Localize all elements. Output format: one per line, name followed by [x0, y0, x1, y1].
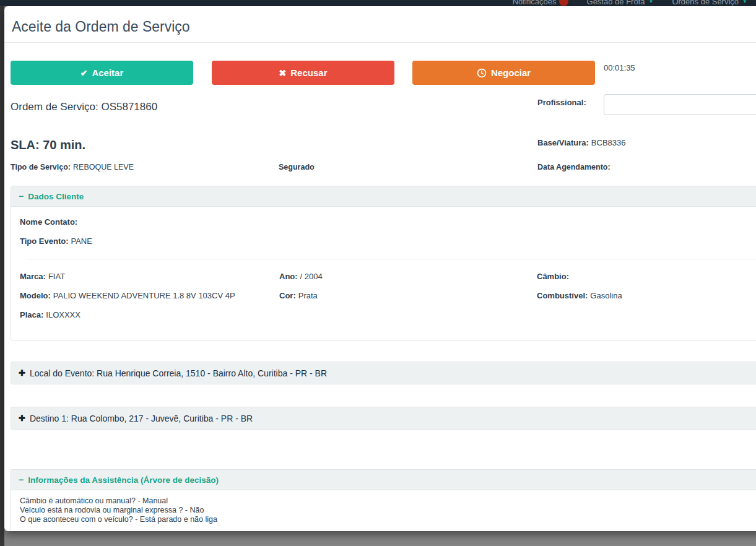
service-type-value: REBOQUE LEVE [73, 163, 134, 171]
event-type-label: Tipo Evento: [20, 236, 68, 246]
destination-bar[interactable]: ✚ Destino 1: Rua Colombo, 217 - Juvevê, … [11, 407, 756, 430]
year-label: Ano: [279, 272, 298, 281]
divider [4, 42, 756, 43]
nav-orders-label: Ordens de Serviço [672, 0, 739, 6]
service-type-field: Tipo de Serviço:REBOQUE LEVE [11, 163, 134, 171]
nav-orders-menu[interactable]: Ordens de Serviço ▼ [672, 0, 747, 6]
nav-notifications-label: Notificações [513, 0, 557, 6]
professional-label: Profissional: [537, 98, 589, 107]
check-icon: ✔ [80, 68, 88, 78]
contact-name-field: Nome Contato: [20, 217, 80, 227]
year-value: / 2004 [300, 272, 323, 281]
color-value: Prata [298, 291, 318, 300]
assistance-panel-header[interactable]: − Informações da Assistência (Árvore de … [11, 470, 756, 490]
collapse-icon: − [19, 475, 24, 485]
insured-label: Segurado [279, 163, 315, 171]
notification-badge [559, 0, 568, 6]
decision-line: Câmbio é automático ou manual? - Manual [20, 496, 756, 506]
model-label: Modelo: [20, 291, 51, 300]
schedule-date-label: Data Agendamento: [537, 163, 610, 171]
base-vehicle-label: Base/Viatura: [537, 138, 589, 147]
base-vehicle-value: BCB8336 [591, 138, 626, 147]
client-panel-header[interactable]: − Dados Cliente [11, 186, 756, 207]
refuse-button-label: Recusar [290, 67, 327, 78]
clock-icon [477, 68, 487, 78]
brand-value: FIAT [48, 272, 65, 281]
nav-notifications[interactable]: Notificações [513, 0, 568, 6]
contact-name-label: Nome Contato: [20, 217, 77, 227]
professional-input[interactable] [604, 94, 756, 115]
fuel-value: Gasolina [590, 291, 622, 300]
plate-field: Placa:ILOXXXX [20, 310, 80, 319]
event-location-bar[interactable]: ✚ Local do Evento: Rua Henrique Correia,… [11, 362, 756, 384]
accept-button-label: Aceitar [92, 67, 123, 78]
decision-line: Veículo está na rodovia ou marginal expr… [20, 506, 756, 515]
service-type-label: Tipo de Serviço: [11, 163, 71, 171]
top-navbar: Notificações Gestão de Frota ▼ Ordens de… [0, 0, 756, 6]
negotiate-button-label: Negociar [491, 67, 531, 78]
color-label: Cor: [279, 291, 296, 300]
fuel-field: Combustível:Gasolina [537, 291, 622, 300]
event-location-label: Local do Evento: Rua Henrique Correia, 1… [30, 368, 327, 378]
color-field: Cor:Prata [279, 291, 318, 300]
model-value: PALIO WEEKEND ADVENTURE 1.8 8V 103CV 4P [53, 291, 235, 300]
decision-tree-text: Câmbio é automático ou manual? - Manual … [11, 490, 756, 531]
order-number-heading: Ordem de Serviço: OS5871860 [11, 101, 157, 113]
schedule-date-field: Data Agendamento: [537, 163, 613, 171]
insured-field: Segurado [279, 163, 317, 171]
chevron-down-icon: ▼ [648, 0, 653, 4]
plate-value: ILOXXXX [46, 310, 80, 319]
assistance-panel-title: Informações da Assistência (Árvore de de… [28, 475, 219, 485]
divider [26, 259, 756, 259]
refuse-button[interactable]: ✖ Recusar [212, 61, 394, 85]
countdown-timer: 00:01:35 [604, 63, 635, 72]
plate-label: Placa: [20, 310, 43, 319]
year-field: Ano:/ 2004 [279, 272, 323, 281]
nav-fleet-menu[interactable]: Gestão de Frota ▼ [587, 0, 654, 6]
model-field: Modelo:PALIO WEEKEND ADVENTURE 1.8 8V 10… [20, 291, 235, 300]
gearbox-field: Câmbio: [537, 272, 571, 281]
event-type-value: PANE [71, 236, 92, 246]
assistance-info-panel: − Informações da Assistência (Árvore de … [11, 469, 756, 531]
client-data-panel: − Dados Cliente Nome Contato: Tipo Event… [11, 186, 756, 340]
client-panel-title: Dados Cliente [28, 192, 84, 201]
brand-label: Marca: [20, 272, 46, 281]
negotiate-button[interactable]: Negociar [412, 61, 595, 85]
nav-fleet-label: Gestão de Frota [587, 0, 645, 6]
close-icon: ✖ [279, 68, 287, 78]
page-backdrop-strip [0, 0, 4, 546]
service-order-modal: Aceite da Ordem de Serviço ✔ Aceitar ✖ R… [4, 6, 756, 531]
destination-label: Destino 1: Rua Colombo, 217 - Juvevê, Cu… [30, 414, 253, 423]
page-title: Aceite da Ordem de Serviço [12, 19, 190, 35]
brand-field: Marca:FIAT [20, 272, 65, 281]
event-type-field: Tipo Evento:PANE [20, 236, 92, 246]
gearbox-label: Câmbio: [537, 272, 569, 281]
decision-line: O que aconteceu com o veículo? - Está pa… [20, 515, 756, 524]
base-vehicle-field: Base/Viatura:BCB8336 [537, 138, 626, 147]
fuel-label: Combustível: [537, 291, 588, 300]
expand-icon: ✚ [19, 414, 25, 423]
accept-button[interactable]: ✔ Aceitar [11, 61, 193, 85]
expand-icon: ✚ [19, 368, 25, 378]
sla-text: SLA: 70 min. [11, 138, 85, 152]
collapse-icon: − [19, 191, 24, 201]
navbar-menu: Notificações Gestão de Frota ▼ Ordens de… [513, 0, 747, 6]
chevron-down-icon: ▼ [742, 0, 747, 4]
